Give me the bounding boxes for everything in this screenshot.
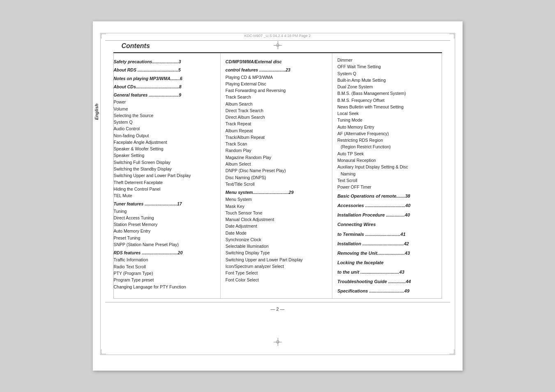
list-item: Local Seek (337, 110, 439, 117)
list-item: News Bulletin with Timeout Setting (337, 104, 439, 110)
list-item: Playing External Disc (226, 81, 327, 87)
list-item: Speaker Setting (114, 152, 215, 159)
list-item: Selecting the Source (114, 112, 215, 119)
list-item: Preset Tuning (114, 235, 215, 241)
corner-bl (101, 349, 106, 354)
list-item: Auto Memory Entry (114, 228, 215, 234)
list-item: Built-in Amp Mute Setting (337, 77, 439, 83)
list-item: Icon/Spectrum analyzer Select (226, 263, 327, 270)
list-item: Album Search (226, 101, 327, 107)
list-item: Program Type preset (114, 277, 215, 283)
page: KDC-M907 _U.S 04.2.4 4:16 PM Page 2 Engl… (93, 21, 463, 371)
list-item: Manual Clock Adjustment (226, 216, 327, 223)
corner-br (449, 349, 454, 354)
sidebar-label: English (93, 87, 100, 136)
list-item: Album Repeat (226, 127, 327, 134)
column-2: CD/MP3/WMA/External disc control feature… (221, 53, 332, 298)
list-item: Switching Upper and Lower Part Display (226, 256, 327, 263)
list-item: Auto Memory Entry (337, 124, 439, 130)
section-header-large: Basic Operations of remote.......38 (337, 193, 439, 200)
list-item: Auto TP Seek (337, 150, 439, 157)
list-item-indent: (Region Restrict Function) (337, 143, 439, 150)
list-item: Direct Album Search (226, 114, 327, 120)
list-item: Auxiliary Input Display Setting & Disc (337, 164, 439, 170)
list-item: Audio Control (114, 125, 215, 132)
section-header: About RDS ..............................… (114, 67, 215, 73)
list-item: Fast Forwarding and Reversing (226, 87, 327, 94)
list-item: Track/Album Repeat (226, 134, 327, 141)
list-item: Album Select (226, 161, 327, 167)
list-item: Playing CD & MP3/WMA (226, 74, 327, 81)
section-header: About CDs...............................… (114, 83, 215, 90)
crosshair-bottom (274, 338, 282, 346)
list-item: SNPP (Station Name Preset Play) (114, 241, 215, 248)
list-item: Traffic Information (114, 256, 215, 263)
list-item: Selectable Illumination (226, 243, 327, 249)
section-header: Menu system.............................… (226, 189, 327, 196)
list-item: Power (114, 99, 215, 105)
list-item: Font Type Select (226, 270, 327, 276)
list-item: Volume (114, 106, 215, 112)
crosshair-top (274, 41, 282, 49)
section-header-large-sub: to Terminals ...........................… (337, 231, 439, 238)
list-item-indent: Naming (337, 171, 439, 177)
list-item: AF (Alternative Frequency) (337, 130, 439, 137)
section-header: Notes on playing MP3/WMA........6 (114, 75, 215, 82)
list-item: Mask Key (226, 203, 327, 210)
list-item: B.M.S. Frequency Offset (337, 97, 439, 104)
section-header: CD/MP3/WMA/External disc (226, 58, 327, 65)
list-item: Restricting RDS Region (337, 137, 439, 143)
list-item: Changing Language for PTY Function (114, 284, 215, 290)
list-item: Synchronize Clock (226, 236, 327, 243)
section-header-sub: control features ......................2… (226, 67, 327, 73)
list-item: B.M.S. (Bass Management System) (337, 90, 439, 97)
list-item: Switching Display Type (226, 249, 327, 256)
list-item: Direct Access Tuning (114, 214, 215, 221)
list-item: Font Color Select (226, 277, 327, 283)
corner-tl (101, 34, 106, 39)
list-item: Date Mode (226, 230, 327, 236)
section-header: Tuner features .........................… (114, 201, 215, 207)
columns-container: Safety precautions......................… (113, 53, 442, 299)
section-header-large: Locking the faceplate (337, 259, 439, 266)
list-item: Tuning (114, 208, 215, 214)
top-divider (105, 40, 450, 41)
header-text: KDC-M907 _U.S 04.2.4 4:16 PM Page 2 (105, 34, 450, 38)
list-item: Faceplate Angle Adjustment (114, 139, 215, 145)
section-header-large: Connecting Wires (337, 221, 439, 228)
list-item: Tuning Mode (337, 117, 439, 123)
bottom-divider (105, 302, 450, 302)
list-item: Radio Text Scroll (114, 263, 215, 270)
list-item: Theft Deterrent Faceplate (114, 179, 215, 186)
sidebar-text: English (94, 104, 99, 120)
contents-wrapper: Contents Safety precautions.............… (105, 42, 450, 299)
column-1: Safety precautions......................… (114, 53, 221, 298)
list-item: Track Scan (226, 141, 327, 147)
list-item: Track Repeat (226, 120, 327, 127)
list-item: Hiding the Control Panel (114, 186, 215, 192)
list-item: Non-fading Output (114, 132, 215, 139)
list-item: Power OFF Timer (337, 184, 439, 190)
list-item: Dimmer (337, 57, 439, 63)
section-header-large: Installation Procedure ...............40 (337, 212, 439, 219)
list-item: Text/Title Scroll (226, 181, 327, 187)
list-item: Disc Naming (DNPS) (226, 174, 327, 181)
section-header-large: Removing the Unit......................4… (337, 250, 439, 257)
list-item: Track Search (226, 94, 327, 100)
section-header-large: Troubleshooting Guide ..............44 (337, 278, 439, 285)
section-header-large: Installation ...........................… (337, 240, 439, 247)
list-item: Switching Full Screen Display (114, 159, 215, 166)
section-header: Safety precautions......................… (114, 58, 215, 65)
list-item: Random Play (226, 147, 327, 154)
list-item: Switching the Standby Display (114, 166, 215, 172)
list-item: TEL Mute (114, 192, 215, 199)
list-item: Switching Upper and Lower Part Display (114, 172, 215, 179)
list-item: Magazine Random Play (226, 154, 327, 161)
section-header-large-sub: to the unit ............................… (337, 269, 439, 276)
section-header-large: Specifications .........................… (337, 288, 439, 295)
page-footer: — 2 — (105, 307, 450, 311)
list-item: Menu System (226, 196, 327, 203)
list-item: System Q (114, 119, 215, 125)
list-item: PTY (Program Type) (114, 270, 215, 277)
corner-tr (449, 34, 454, 39)
